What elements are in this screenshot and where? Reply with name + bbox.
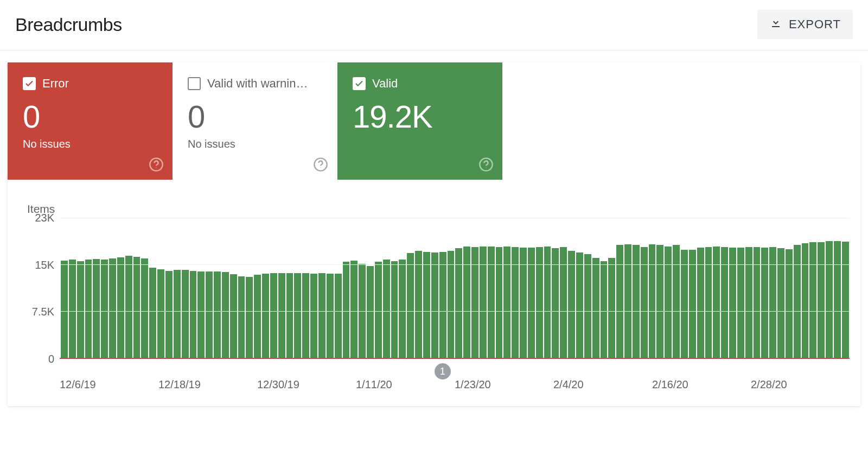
help-icon[interactable] (149, 157, 164, 172)
status-tile-valid-value: 19.2K (353, 98, 487, 135)
chart-bar (834, 241, 841, 358)
chart-x-tick: 2/16/20 (652, 378, 751, 391)
status-tile-warning[interactable]: Valid with warnin… 0 No issues (173, 62, 337, 180)
chart-bar (343, 262, 350, 358)
chart-bar (423, 252, 430, 358)
chart-bar (109, 258, 116, 358)
status-tile-warning-label: Valid with warnin… (207, 77, 308, 91)
chart-x-tick: 2/28/20 (751, 378, 850, 391)
help-icon[interactable] (313, 157, 328, 172)
chart-bar (246, 277, 253, 358)
chart-bar (624, 244, 631, 358)
chart-bar (383, 260, 390, 358)
status-tile-error-sub: No issues (23, 138, 157, 150)
page-header: Breadcrumbs EXPORT (0, 0, 868, 50)
chart-bar (165, 271, 173, 358)
svg-point-5 (486, 167, 486, 168)
svg-point-1 (156, 167, 156, 168)
chart-y-tick: 15K (35, 258, 54, 271)
chart-bar (327, 274, 334, 358)
chart-bar (61, 261, 68, 358)
help-icon[interactable] (478, 157, 494, 172)
chart-bar (278, 273, 285, 358)
chart-bar (93, 259, 100, 358)
chart-bar (141, 258, 148, 358)
chart-bar (270, 273, 277, 358)
chart-bar (633, 245, 640, 358)
chart-bar (544, 247, 551, 358)
chart-bar (367, 266, 374, 358)
chart-bar (802, 243, 809, 358)
chart-bar (601, 261, 608, 358)
chart-bar (641, 247, 648, 358)
chart-gridline (60, 311, 850, 312)
chart-bar (69, 260, 76, 358)
chart-bar (568, 251, 575, 358)
chart-y-axis: 23K15K7.5K0 (18, 218, 60, 359)
chart-bar (448, 251, 455, 358)
chart-bar (125, 256, 132, 358)
chart-bar (681, 250, 688, 358)
chart-bar (536, 247, 543, 358)
chart-bar (238, 276, 245, 358)
chart-x-tick: 1/11/20 (356, 378, 455, 391)
chart-bars (60, 218, 850, 358)
chart-bar (721, 247, 728, 358)
checkbox-checked-icon (353, 77, 366, 90)
chart-bar (431, 252, 438, 358)
chart-bar (197, 271, 205, 358)
chart-bar (286, 273, 293, 358)
chart-bar (206, 271, 213, 358)
status-tile-valid[interactable]: Valid 19.2K (337, 62, 502, 180)
chart-y-axis-title: Items (27, 203, 850, 216)
chart-bar (713, 247, 720, 358)
chart-bar (745, 247, 752, 358)
chart-bar (794, 245, 801, 358)
chart-bar (471, 247, 478, 358)
chart-bar (754, 247, 761, 358)
chart-bar (463, 247, 470, 358)
chart-bar (174, 270, 181, 358)
chart-bar (318, 273, 326, 358)
chart-bar (656, 245, 663, 358)
chart-gridline (60, 264, 850, 265)
chart-x-tick: 12/30/19 (257, 378, 356, 391)
status-tile-error[interactable]: Error 0 No issues (8, 62, 173, 180)
chart-bar (512, 247, 519, 358)
chart-bar (375, 262, 382, 358)
chart-plot-area: 1 (60, 218, 850, 359)
chart-bar (117, 257, 124, 358)
chart-bar (310, 274, 317, 358)
chart-bar (190, 271, 197, 358)
chart-bar (673, 245, 680, 358)
export-label: EXPORT (789, 17, 841, 31)
chart-x-tick: 2/4/20 (553, 378, 652, 391)
chart-annotation-marker[interactable]: 1 (435, 363, 451, 380)
status-tile-error-value: 0 (23, 98, 157, 135)
chart-bar (786, 249, 793, 358)
chart-bar (149, 268, 156, 358)
chart-bar (407, 253, 414, 358)
chart-bar (101, 260, 108, 358)
chart-y-tick: 7.5K (32, 306, 54, 318)
chart-bar (584, 254, 591, 358)
chart-bar (769, 247, 776, 358)
chart-bar (818, 242, 825, 358)
chart-bar (133, 257, 141, 358)
chart-bar (592, 258, 599, 358)
export-button[interactable]: EXPORT (757, 10, 853, 39)
download-icon (769, 16, 782, 33)
chart-bar (826, 241, 833, 358)
svg-point-3 (320, 167, 321, 168)
chart-y-tick: 0 (48, 353, 54, 365)
chart-bar (705, 247, 712, 358)
chart-x-tick: 12/18/19 (158, 378, 257, 391)
chart-bar (294, 273, 301, 358)
chart-y-tick: 23K (35, 212, 54, 224)
checkbox-checked-icon (23, 77, 36, 90)
chart-bar (262, 274, 269, 358)
chart-bar (214, 271, 221, 358)
checkbox-unchecked-icon (188, 77, 201, 90)
chart-bar (560, 247, 567, 358)
status-tile-error-label: Error (42, 77, 69, 91)
